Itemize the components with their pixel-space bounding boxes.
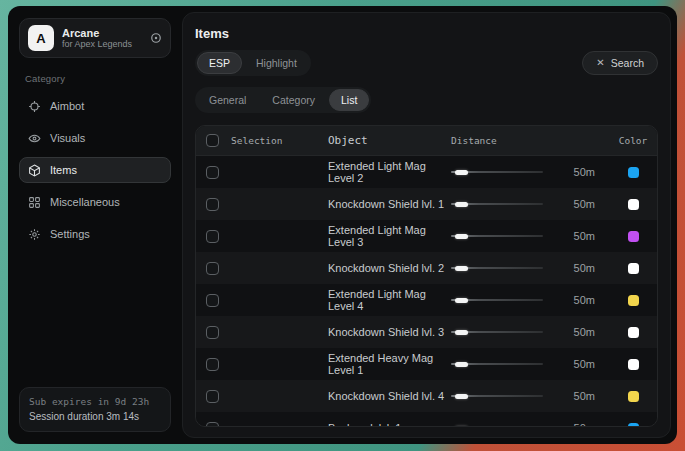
slider-handle[interactable] <box>455 234 468 239</box>
row-checkbox[interactable] <box>206 358 219 371</box>
color-swatch[interactable] <box>628 423 639 428</box>
sidebar: A Arcane for Apex Legends Category Aimbo… <box>14 12 176 438</box>
column-header-distance: Distance <box>451 135 609 146</box>
distance-value: 50m <box>555 390 595 402</box>
sidebar-item-items[interactable]: Items <box>19 157 171 183</box>
object-label: Backpack lvl. 1 <box>328 422 451 427</box>
slider-handle[interactable] <box>455 394 468 399</box>
page-title: Items <box>195 26 658 41</box>
distance-value: 50m <box>555 326 595 338</box>
items-table: Selection Object Distance Color Extended… <box>195 125 658 427</box>
brand-subtitle: for Apex Legends <box>62 39 142 49</box>
sidebar-item-label: Miscellaneous <box>50 196 120 208</box>
sidebar-item-aimbot[interactable]: Aimbot <box>19 93 171 119</box>
main-panel: Items ESP Highlight ✕ Search General Cat… <box>182 12 671 438</box>
sidebar-section-label: Category <box>25 73 165 84</box>
app-window: A Arcane for Apex Legends Category Aimbo… <box>8 6 677 444</box>
sidebar-nav: Aimbot Visuals Items <box>19 93 171 247</box>
brand-logo: A <box>28 25 54 51</box>
distance-slider[interactable] <box>451 198 543 210</box>
column-header-object: Object <box>328 134 451 147</box>
column-header-color: Color <box>609 135 657 146</box>
row-checkbox[interactable] <box>206 390 219 403</box>
row-checkbox[interactable] <box>206 166 219 179</box>
color-swatch[interactable] <box>628 199 639 210</box>
distance-value: 50m <box>555 358 595 370</box>
gear-icon <box>28 228 41 241</box>
slider-handle[interactable] <box>455 202 468 207</box>
row-checkbox[interactable] <box>206 422 219 428</box>
eye-icon <box>28 132 41 145</box>
distance-slider[interactable] <box>451 358 543 370</box>
distance-slider[interactable] <box>451 230 543 242</box>
tab-general[interactable]: General <box>197 89 258 111</box>
distance-slider[interactable] <box>451 294 543 306</box>
table-row: Extended Light Mag Level 3 50m <box>196 220 657 252</box>
distance-slider[interactable] <box>451 390 543 402</box>
object-label: Knockdown Shield lvl. 2 <box>328 262 451 274</box>
slider-handle[interactable] <box>455 426 468 428</box>
color-swatch[interactable] <box>628 295 639 306</box>
distance-value: 50m <box>555 198 595 210</box>
distance-slider[interactable] <box>451 262 543 274</box>
table-row: Backpack lvl. 1 50m <box>196 412 657 427</box>
session-duration-text: Session duration 3m 14s <box>29 409 161 424</box>
slider-handle[interactable] <box>455 170 468 175</box>
distance-slider[interactable] <box>451 326 543 338</box>
view-tabs: General Category List <box>195 87 371 113</box>
color-swatch[interactable] <box>628 391 639 402</box>
table-row: Knockdown Shield lvl. 4 50m <box>196 380 657 412</box>
object-label: Knockdown Shield lvl. 4 <box>328 390 451 402</box>
row-checkbox[interactable] <box>206 262 219 275</box>
color-swatch[interactable] <box>628 359 639 370</box>
sidebar-item-label: Visuals <box>50 132 85 144</box>
subscription-info-card: Sub expires in 9d 23h Session duration 3… <box>19 387 171 432</box>
sidebar-item-label: Items <box>50 164 77 176</box>
sidebar-item-miscellaneous[interactable]: Miscellaneous <box>19 189 171 215</box>
tab-list[interactable]: List <box>329 89 369 111</box>
table-row: Extended Light Mag Level 2 50m <box>196 156 657 188</box>
box-icon <box>28 164 41 177</box>
object-label: Extended Light Mag Level 4 <box>328 288 451 312</box>
brand-card: A Arcane for Apex Legends <box>19 18 171 58</box>
table-row: Extended Heavy Mag Level 1 50m <box>196 348 657 380</box>
distance-value: 50m <box>555 166 595 178</box>
tab-highlight[interactable]: Highlight <box>244 52 309 74</box>
object-label: Extended Light Mag Level 3 <box>328 224 451 248</box>
slider-handle[interactable] <box>455 362 468 367</box>
select-all-checkbox[interactable] <box>206 134 219 147</box>
sidebar-item-settings[interactable]: Settings <box>19 221 171 247</box>
table-row: Knockdown Shield lvl. 3 50m <box>196 316 657 348</box>
slider-handle[interactable] <box>455 266 468 271</box>
crosshair-icon <box>28 100 41 113</box>
sidebar-item-label: Settings <box>50 228 90 240</box>
color-swatch[interactable] <box>628 167 639 178</box>
color-swatch[interactable] <box>628 231 639 242</box>
row-checkbox[interactable] <box>206 326 219 339</box>
slider-handle[interactable] <box>455 330 468 335</box>
table-body: Extended Light Mag Level 2 50m Knockdown… <box>196 156 657 427</box>
table-row: Knockdown Shield lvl. 1 50m <box>196 188 657 220</box>
tab-category[interactable]: Category <box>260 89 327 111</box>
brand-text: Arcane for Apex Legends <box>62 27 142 50</box>
table-row: Knockdown Shield lvl. 2 50m <box>196 252 657 284</box>
tab-esp[interactable]: ESP <box>197 52 242 74</box>
table-row: Extended Light Mag Level 4 50m <box>196 284 657 316</box>
controls-row: ESP Highlight ✕ Search <box>195 50 658 76</box>
row-checkbox[interactable] <box>206 198 219 211</box>
row-checkbox[interactable] <box>206 294 219 307</box>
sidebar-item-visuals[interactable]: Visuals <box>19 125 171 151</box>
distance-value: 50m <box>555 262 595 274</box>
object-label: Extended Light Mag Level 2 <box>328 160 451 184</box>
distance-slider[interactable] <box>451 422 543 427</box>
color-swatch[interactable] <box>628 263 639 274</box>
grid-icon <box>28 196 41 209</box>
search-button[interactable]: ✕ Search <box>582 51 658 75</box>
distance-value: 50m <box>555 230 595 242</box>
row-checkbox[interactable] <box>206 230 219 243</box>
color-swatch[interactable] <box>628 327 639 338</box>
slider-handle[interactable] <box>455 298 468 303</box>
power-icon[interactable] <box>150 32 162 44</box>
table-header: Selection Object Distance Color <box>196 126 657 156</box>
distance-slider[interactable] <box>451 166 543 178</box>
